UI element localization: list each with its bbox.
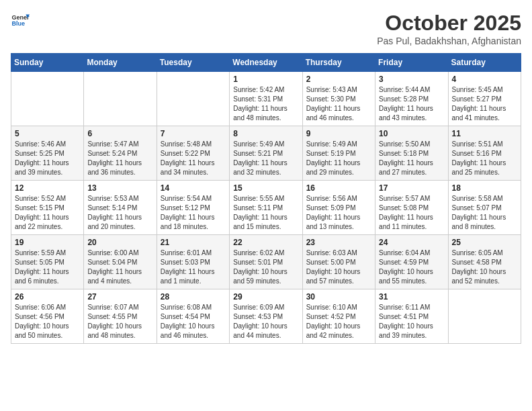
calendar-cell: 6Sunrise: 5:47 AM Sunset: 5:24 PM Daylig…	[84, 126, 157, 181]
weekday-header-saturday: Saturday	[448, 54, 521, 72]
day-info: Sunrise: 6:04 AM Sunset: 4:59 PM Dayligh…	[379, 248, 444, 286]
day-number: 13	[87, 183, 152, 193]
weekday-header-monday: Monday	[84, 54, 157, 72]
day-info: Sunrise: 6:11 AM Sunset: 4:51 PM Dayligh…	[379, 303, 444, 340]
day-number: 29	[233, 292, 298, 302]
calendar-week-4: 19Sunrise: 5:59 AM Sunset: 5:05 PM Dayli…	[11, 235, 521, 289]
day-info: Sunrise: 5:43 AM Sunset: 5:30 PM Dayligh…	[306, 85, 371, 123]
day-number: 5	[15, 129, 80, 138]
weekday-header-sunday: Sunday	[11, 54, 84, 72]
calendar-cell: 12Sunrise: 5:52 AM Sunset: 5:15 PM Dayli…	[11, 181, 84, 235]
calendar-week-1: 1Sunrise: 5:42 AM Sunset: 5:31 PM Daylig…	[11, 72, 521, 126]
calendar-cell: 29Sunrise: 6:09 AM Sunset: 4:53 PM Dayli…	[230, 289, 302, 344]
day-info: Sunrise: 6:07 AM Sunset: 4:55 PM Dayligh…	[87, 303, 152, 340]
day-info: Sunrise: 6:10 AM Sunset: 4:52 PM Dayligh…	[306, 303, 371, 340]
calendar-week-3: 12Sunrise: 5:52 AM Sunset: 5:15 PM Dayli…	[11, 181, 521, 235]
day-info: Sunrise: 5:49 AM Sunset: 5:19 PM Dayligh…	[306, 140, 371, 177]
calendar-cell: 23Sunrise: 6:03 AM Sunset: 5:00 PM Dayli…	[302, 235, 375, 289]
day-number: 18	[452, 183, 517, 193]
day-number: 19	[15, 238, 80, 247]
day-number: 9	[306, 129, 371, 138]
calendar-cell	[84, 72, 157, 126]
month-title: October 2025	[377, 11, 521, 36]
day-info: Sunrise: 5:50 AM Sunset: 5:18 PM Dayligh…	[379, 140, 444, 177]
weekday-header-friday: Friday	[375, 54, 448, 72]
calendar-cell: 4Sunrise: 5:45 AM Sunset: 5:27 PM Daylig…	[448, 72, 521, 126]
day-info: Sunrise: 5:52 AM Sunset: 5:15 PM Dayligh…	[15, 194, 80, 232]
day-info: Sunrise: 5:46 AM Sunset: 5:25 PM Dayligh…	[15, 140, 80, 177]
calendar-cell	[157, 72, 229, 126]
day-number: 20	[87, 238, 152, 247]
calendar-cell: 7Sunrise: 5:48 AM Sunset: 5:22 PM Daylig…	[157, 126, 229, 181]
day-number: 14	[161, 183, 226, 193]
calendar-cell: 14Sunrise: 5:54 AM Sunset: 5:12 PM Dayli…	[157, 181, 229, 235]
calendar-week-5: 26Sunrise: 6:06 AM Sunset: 4:56 PM Dayli…	[11, 289, 521, 344]
weekday-header-thursday: Thursday	[302, 54, 375, 72]
day-number: 24	[379, 238, 444, 247]
day-info: Sunrise: 5:45 AM Sunset: 5:27 PM Dayligh…	[452, 85, 517, 123]
day-number: 1	[233, 75, 298, 84]
calendar-cell: 8Sunrise: 5:49 AM Sunset: 5:21 PM Daylig…	[230, 126, 302, 181]
day-number: 12	[15, 183, 80, 193]
day-info: Sunrise: 5:53 AM Sunset: 5:14 PM Dayligh…	[87, 194, 152, 232]
calendar-cell: 3Sunrise: 5:44 AM Sunset: 5:28 PM Daylig…	[375, 72, 448, 126]
day-number: 17	[379, 183, 444, 193]
calendar-cell: 19Sunrise: 5:59 AM Sunset: 5:05 PM Dayli…	[11, 235, 84, 289]
day-info: Sunrise: 5:51 AM Sunset: 5:16 PM Dayligh…	[452, 140, 517, 177]
calendar-cell: 9Sunrise: 5:49 AM Sunset: 5:19 PM Daylig…	[302, 126, 375, 181]
calendar-cell: 17Sunrise: 5:57 AM Sunset: 5:08 PM Dayli…	[375, 181, 448, 235]
day-number: 28	[161, 292, 226, 302]
day-number: 26	[15, 292, 80, 302]
calendar-cell: 18Sunrise: 5:58 AM Sunset: 5:07 PM Dayli…	[448, 181, 521, 235]
calendar-cell: 20Sunrise: 6:00 AM Sunset: 5:04 PM Dayli…	[84, 235, 157, 289]
day-number: 7	[161, 129, 226, 138]
calendar-cell: 30Sunrise: 6:10 AM Sunset: 4:52 PM Dayli…	[302, 289, 375, 344]
day-info: Sunrise: 6:05 AM Sunset: 4:58 PM Dayligh…	[452, 248, 517, 286]
day-number: 3	[379, 75, 444, 84]
day-info: Sunrise: 6:00 AM Sunset: 5:04 PM Dayligh…	[87, 248, 152, 286]
day-info: Sunrise: 5:42 AM Sunset: 5:31 PM Dayligh…	[233, 85, 298, 123]
day-number: 21	[161, 238, 226, 247]
day-info: Sunrise: 5:55 AM Sunset: 5:11 PM Dayligh…	[233, 194, 298, 232]
weekday-header-tuesday: Tuesday	[157, 54, 229, 72]
day-number: 30	[306, 292, 371, 302]
calendar-cell: 10Sunrise: 5:50 AM Sunset: 5:18 PM Dayli…	[375, 126, 448, 181]
day-number: 31	[379, 292, 444, 302]
day-number: 11	[452, 129, 517, 138]
calendar-cell: 22Sunrise: 6:02 AM Sunset: 5:01 PM Dayli…	[230, 235, 302, 289]
calendar-cell: 28Sunrise: 6:08 AM Sunset: 4:54 PM Dayli…	[157, 289, 229, 344]
day-number: 25	[452, 238, 517, 247]
day-info: Sunrise: 5:48 AM Sunset: 5:22 PM Dayligh…	[161, 140, 226, 177]
weekday-header-row: SundayMondayTuesdayWednesdayThursdayFrid…	[11, 54, 521, 72]
calendar-cell: 25Sunrise: 6:05 AM Sunset: 4:58 PM Dayli…	[448, 235, 521, 289]
day-number: 2	[306, 75, 371, 84]
svg-text:Blue: Blue	[11, 20, 25, 27]
day-info: Sunrise: 5:56 AM Sunset: 5:09 PM Dayligh…	[306, 194, 371, 232]
day-number: 10	[379, 129, 444, 138]
title-block: October 2025 Pas Pul, Badakhshan, Afghan…	[377, 11, 521, 46]
day-info: Sunrise: 6:03 AM Sunset: 5:00 PM Dayligh…	[306, 248, 371, 286]
calendar-table: SundayMondayTuesdayWednesdayThursdayFrid…	[11, 53, 521, 344]
day-info: Sunrise: 5:49 AM Sunset: 5:21 PM Dayligh…	[233, 140, 298, 177]
logo-icon: General Blue	[11, 11, 30, 30]
calendar-cell: 24Sunrise: 6:04 AM Sunset: 4:59 PM Dayli…	[375, 235, 448, 289]
day-number: 4	[452, 75, 517, 84]
page-header: General Blue October 2025 Pas Pul, Badak…	[11, 11, 521, 46]
weekday-header-wednesday: Wednesday	[230, 54, 302, 72]
day-info: Sunrise: 6:06 AM Sunset: 4:56 PM Dayligh…	[15, 303, 80, 340]
calendar-cell: 16Sunrise: 5:56 AM Sunset: 5:09 PM Dayli…	[302, 181, 375, 235]
day-info: Sunrise: 5:58 AM Sunset: 5:07 PM Dayligh…	[452, 194, 517, 232]
day-info: Sunrise: 5:44 AM Sunset: 5:28 PM Dayligh…	[379, 85, 444, 123]
day-info: Sunrise: 6:08 AM Sunset: 4:54 PM Dayligh…	[161, 303, 226, 340]
calendar-cell	[448, 289, 521, 344]
calendar-cell: 11Sunrise: 5:51 AM Sunset: 5:16 PM Dayli…	[448, 126, 521, 181]
logo: General Blue	[11, 11, 30, 30]
day-info: Sunrise: 6:02 AM Sunset: 5:01 PM Dayligh…	[233, 248, 298, 286]
calendar-cell: 13Sunrise: 5:53 AM Sunset: 5:14 PM Dayli…	[84, 181, 157, 235]
calendar-cell: 2Sunrise: 5:43 AM Sunset: 5:30 PM Daylig…	[302, 72, 375, 126]
day-number: 27	[87, 292, 152, 302]
day-number: 22	[233, 238, 298, 247]
day-info: Sunrise: 6:09 AM Sunset: 4:53 PM Dayligh…	[233, 303, 298, 340]
calendar-cell: 31Sunrise: 6:11 AM Sunset: 4:51 PM Dayli…	[375, 289, 448, 344]
calendar-cell: 26Sunrise: 6:06 AM Sunset: 4:56 PM Dayli…	[11, 289, 84, 344]
